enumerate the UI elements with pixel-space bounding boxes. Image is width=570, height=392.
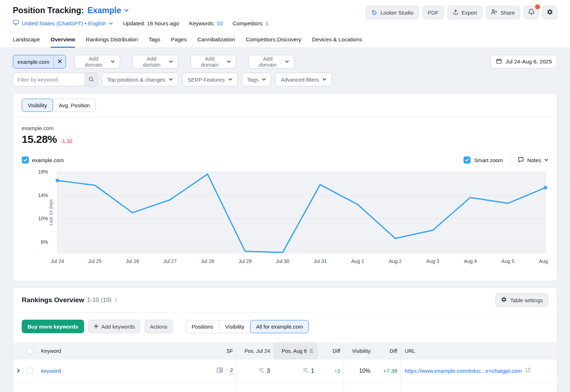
- date-range-picker[interactable]: Jul 24-Aug 6, 2025: [491, 55, 557, 68]
- positions-icon[interactable]: [259, 367, 264, 375]
- visibility-diff: -1.32: [61, 138, 73, 144]
- tab-competitors-discovery[interactable]: Competitors Discovery: [246, 33, 301, 47]
- rankings-title: Rankings Overview: [22, 296, 84, 304]
- segment-visibility[interactable]: Visibility: [219, 320, 250, 333]
- project-selector[interactable]: Example: [87, 6, 129, 15]
- pdf-button[interactable]: PDF: [423, 6, 444, 19]
- keyword-search-button[interactable]: [85, 73, 98, 86]
- notes-dropdown[interactable]: Notes: [518, 156, 548, 164]
- domain-chip-label: example.com: [13, 55, 53, 68]
- add-domain-dropdown[interactable]: Add domain: [249, 55, 294, 68]
- svg-text:Aug 1: Aug 1: [351, 258, 364, 264]
- svg-text:Jul 27: Jul 27: [163, 258, 177, 264]
- notifications-button[interactable]: [524, 6, 539, 19]
- share-icon: [491, 9, 497, 16]
- table-row: keyword 2 3 1 ↑2: [13, 360, 557, 382]
- rankings-table-header: Keyword SF Pos. Jul 24 Pos. Aug 6 Diff V…: [13, 342, 557, 360]
- check-icon: [23, 158, 27, 162]
- column-pos-jul24[interactable]: Pos. Jul 24: [237, 342, 274, 360]
- domain-legend-checkbox[interactable]: [22, 156, 29, 164]
- visibility-cell: 10%: [344, 360, 374, 382]
- toggle-avg-position[interactable]: Avg. Position: [53, 99, 96, 112]
- chevron-down-icon: [228, 78, 232, 81]
- table-empty-space: [13, 382, 557, 392]
- column-keyword[interactable]: Keyword: [37, 342, 208, 360]
- svg-text:Aug 5: Aug 5: [501, 258, 514, 264]
- buy-more-keywords-button[interactable]: Buy more keywords: [22, 320, 84, 333]
- url-link[interactable]: https://www.example.com/educ...e=chatgpt…: [405, 368, 522, 374]
- info-icon[interactable]: i: [115, 297, 116, 303]
- serp-features-dropdown[interactable]: SERP Features: [182, 73, 238, 86]
- tab-overview[interactable]: Overview: [51, 33, 75, 47]
- add-domain-dropdown[interactable]: Add domain: [191, 55, 236, 68]
- competitors-count: Competitors: 1: [233, 20, 269, 27]
- tab-landscape[interactable]: Landscape: [13, 33, 40, 47]
- smart-zoom-checkbox[interactable]: [463, 156, 471, 164]
- keyword-link[interactable]: keyword: [41, 368, 61, 374]
- chevron-down-icon: [111, 60, 115, 63]
- location-language-selector[interactable]: United States (ChatGPT) • English: [13, 20, 113, 27]
- svg-text:Aug 2: Aug 2: [389, 258, 402, 264]
- add-domain-dropdown[interactable]: Add domain: [133, 55, 178, 68]
- looker-studio-button[interactable]: Looker Studio: [366, 6, 419, 19]
- url-cell: https://www.example.com/educ...e=chatgpt…: [401, 360, 557, 382]
- location-language-label: United States (ChatGPT) • English: [22, 20, 106, 27]
- table-settings-button[interactable]: Table settings: [496, 293, 548, 307]
- serp-features-icon[interactable]: [217, 367, 223, 375]
- notification-dot: [535, 4, 540, 9]
- tab-devices-locations[interactable]: Devices & Locations: [312, 33, 362, 47]
- actions-button[interactable]: Actions: [145, 320, 173, 333]
- add-domain-dropdown[interactable]: Add domain: [74, 55, 120, 68]
- toggle-visibility[interactable]: Visibility: [22, 99, 53, 112]
- svg-text:Jul 31: Jul 31: [314, 258, 327, 264]
- svg-text:Aug 4: Aug 4: [464, 258, 477, 264]
- keyword-filter: [13, 73, 98, 86]
- smart-zoom-label: Smart zoom: [474, 157, 503, 163]
- looker-studio-icon: [371, 9, 377, 16]
- chevron-down-icon: [124, 9, 129, 12]
- top-header: Position Tracking: Example United States…: [0, 0, 570, 27]
- competitors-count-link[interactable]: 1: [265, 20, 269, 26]
- table-view-segments: PositionsVisibilityAll for example.com: [186, 320, 309, 333]
- remove-domain-button[interactable]: [53, 55, 66, 68]
- external-link-icon[interactable]: [525, 367, 530, 374]
- segment-all-for-example-com[interactable]: All for example.com: [250, 320, 309, 333]
- column-url[interactable]: URL: [401, 342, 557, 360]
- legend-domain-label: example.com: [32, 157, 64, 163]
- updated-status: Updated: 16 hours ago: [123, 20, 179, 27]
- share-button[interactable]: Share: [486, 6, 520, 19]
- top-positions-dropdown[interactable]: Top positions & changes: [102, 73, 178, 86]
- plus-icon: [94, 324, 98, 330]
- keyword-filter-row: Top positions & changes SERP Features Ta…: [13, 73, 557, 86]
- row-checkbox[interactable]: [27, 368, 33, 374]
- select-all-checkbox[interactable]: [27, 348, 33, 354]
- tags-dropdown[interactable]: Tags: [242, 73, 271, 86]
- positions-icon[interactable]: [303, 367, 309, 375]
- tab-pages[interactable]: Pages: [171, 33, 187, 47]
- column-diff2[interactable]: Diff: [374, 342, 401, 360]
- svg-text:Jul 29: Jul 29: [238, 258, 252, 264]
- svg-text:Last 14 days: Last 14 days: [48, 199, 53, 226]
- svg-text:18%: 18%: [38, 170, 48, 175]
- keyword-filter-input[interactable]: [13, 73, 85, 86]
- visibility-trend-chart[interactable]: 18%14%10%6%Last 14 daysJul 24Jul 25Jul 2…: [22, 170, 549, 274]
- column-diff1[interactable]: Diff: [318, 342, 344, 360]
- expand-row-chevron[interactable]: [17, 368, 20, 374]
- pos-jul24-cell: 3: [237, 360, 274, 382]
- visibility-value: 15.28%: [22, 133, 57, 145]
- tab-tags[interactable]: Tags: [149, 33, 160, 47]
- column-pos-aug6[interactable]: Pos. Aug 6: [274, 342, 318, 360]
- keywords-count-link[interactable]: 10: [217, 20, 223, 26]
- advanced-filters-dropdown[interactable]: Advanced filters: [275, 73, 332, 86]
- tab-cannibalization[interactable]: Cannibalization: [197, 33, 235, 47]
- settings-button[interactable]: [542, 6, 557, 19]
- domain-chip: example.com: [13, 55, 66, 68]
- tab-rankings-distribution[interactable]: Rankings Distribution: [86, 33, 138, 47]
- column-visibility[interactable]: Visibility: [344, 342, 374, 360]
- add-keywords-button[interactable]: Add keywords: [88, 320, 140, 333]
- divider: [510, 155, 511, 165]
- export-button[interactable]: Export: [447, 6, 482, 19]
- sf-count[interactable]: 2: [230, 367, 233, 375]
- segment-positions[interactable]: Positions: [186, 320, 219, 333]
- column-sf[interactable]: SF: [208, 342, 237, 360]
